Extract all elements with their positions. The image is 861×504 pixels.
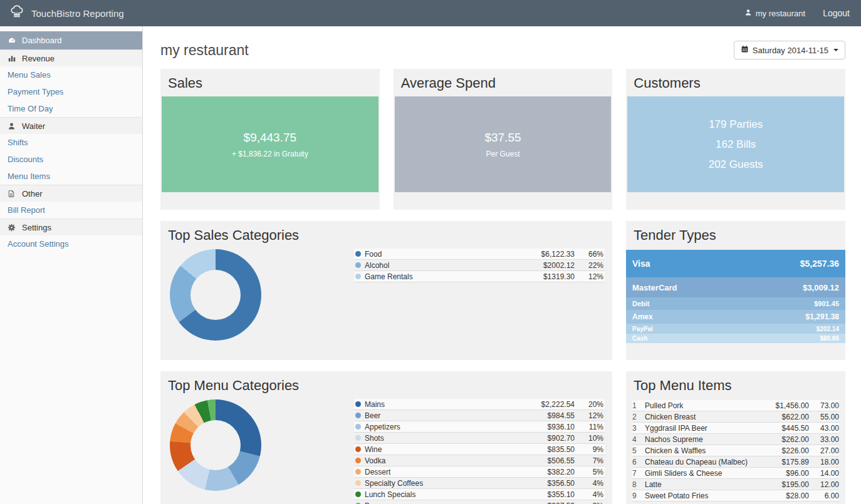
menu-item-row: 1Pulled Pork$1,456.0073.00 [632, 400, 839, 411]
tender-label: Amex [632, 312, 653, 321]
sidebar-item-revenue[interactable]: Revenue [0, 49, 142, 66]
legend-percent: 22% [575, 261, 603, 270]
calendar-icon [741, 45, 749, 55]
sidebar-item-menu-items[interactable]: Menu Items [0, 168, 142, 185]
bottom-row: Top Menu CategoriesMains$2,222.5420%Beer… [160, 371, 845, 504]
item-rank: 7 [632, 469, 645, 478]
average-spend-card: Average Spend$37.55Per Guest [394, 69, 613, 210]
legend-row: Beer$984.5512% [354, 410, 605, 421]
legend-label: Food [365, 250, 524, 259]
menu-item-row: 6Chateau du Chapeau (Malbec)$175.8918.00 [632, 456, 839, 468]
item-name: Pulled Pork [645, 401, 764, 410]
legend-color-dot [355, 424, 361, 429]
tender-label: PayPal [632, 326, 653, 332]
legend-color-dot [355, 469, 361, 475]
legend-percent: 12% [575, 272, 603, 281]
legend-amount: $6,122.33 [524, 250, 575, 259]
item-amount: $445.50 [764, 424, 809, 433]
item-amount: $622.00 [764, 413, 809, 421]
stat-line: 179 Parties [709, 115, 763, 135]
tender-amount: $901.45 [814, 300, 839, 307]
menu-item-row: 3Yggdrasil IPA Beer$445.5043.00 [632, 423, 839, 434]
legend-amount: $984.55 [524, 411, 575, 420]
menu-item-row: 5Chicken & Waffles$226.0027.00 [632, 445, 839, 456]
legend-label: Shots [365, 434, 524, 443]
user-menu[interactable]: my restaurant [744, 9, 805, 18]
legend-row: Wine$835.509% [354, 444, 605, 455]
file-icon [8, 190, 19, 198]
sidebar-item-menu-sales[interactable]: Menu Sales [0, 66, 142, 83]
sidebar-item-label: Time Of Day [8, 104, 53, 113]
sidebar-item-label: Payment Types [8, 87, 63, 96]
person-icon [744, 9, 752, 18]
navbar: TouchBistro Reporting my restaurant Logo… [0, 0, 861, 26]
panel-title: Top Menu Items [626, 371, 845, 399]
legend-label: Wine [365, 445, 524, 454]
sidebar-item-dashboard[interactable]: Dashboard [0, 31, 142, 49]
panel-title: Top Sales Categories [160, 221, 612, 249]
navbar-right: my restaurant Logout [744, 8, 850, 18]
tender-bar-mastercard: MasterCard$3,009.12 [626, 277, 845, 297]
sidebar-item-waiter[interactable]: Waiter [0, 117, 142, 134]
sidebar-item-bill-report[interactable]: Bill Report [0, 202, 142, 219]
item-rank: 2 [632, 413, 645, 421]
sidebar-item-account-settings[interactable]: Account Settings [0, 235, 142, 252]
logout-button[interactable]: Logout [823, 8, 850, 18]
legend-label: Game Rentals [365, 272, 524, 281]
legend-amount: $227.50 [524, 501, 575, 504]
summary-row: Sales$9,443.75+ $1,836.22 in GratuityAve… [160, 69, 845, 210]
sidebar-item-label: Settings [22, 223, 51, 232]
legend-color-dot [355, 251, 361, 257]
sidebar-item-discounts[interactable]: Discounts [0, 151, 142, 168]
legend-label: Burgers [365, 501, 524, 504]
tender-bar-paypal: PayPal$202.14 [626, 324, 845, 334]
legend-row: Food$6,122.3366% [354, 249, 605, 260]
item-rank: 5 [632, 446, 645, 455]
legend-color-dot [355, 480, 361, 486]
legend-percent: 3% [575, 501, 603, 504]
legend-color-dot [355, 262, 361, 268]
sidebar-item-label: Discounts [8, 155, 43, 164]
legend-color-dot [355, 274, 361, 279]
menu-item-row: 4Nachos Supreme$262.0033.00 [632, 434, 839, 445]
top-menu-categories-panel: Top Menu CategoriesMains$2,222.5420%Beer… [160, 371, 612, 504]
legend-row: Alcohol$2002.1222% [354, 260, 605, 271]
top-menu-categories-donut-chart [170, 399, 261, 491]
app-title: TouchBistro Reporting [31, 8, 124, 19]
legend-amount: $2002.12 [524, 261, 575, 270]
item-amount: $195.00 [764, 480, 809, 489]
sidebar-item-payment-types[interactable]: Payment Types [0, 83, 142, 100]
date-picker-button[interactable]: Saturday 2014-11-15 [734, 41, 845, 59]
touchbistro-logo-icon [9, 4, 25, 23]
tender-bar-visa: Visa$5,257.36 [626, 250, 845, 277]
sidebar-item-label: Dashboard [22, 36, 62, 45]
sidebar-item-time-of-day[interactable]: Time Of Day [0, 100, 142, 117]
item-amount: $96.00 [764, 469, 809, 478]
sidebar-item-other[interactable]: Other [0, 185, 142, 202]
legend-row: Lunch Specials$355.104% [354, 489, 605, 500]
stat-line: 202 Guests [709, 155, 763, 175]
legend-percent: 4% [575, 479, 603, 488]
sidebar-item-label: Bill Report [8, 205, 45, 215]
chart-icon [8, 54, 19, 63]
item-rank: 3 [632, 424, 645, 433]
legend-row: Vodka$506.557% [354, 455, 605, 466]
item-quantity: 14.00 [809, 469, 839, 478]
legend-amount: $835.50 [524, 445, 575, 454]
item-amount: $1,456.00 [764, 401, 809, 410]
legend-color-dot [355, 401, 361, 407]
card-title: Sales [160, 69, 380, 96]
sidebar-item-settings[interactable]: Settings [0, 219, 142, 235]
item-rank: 8 [632, 480, 645, 489]
legend-percent: 5% [575, 468, 603, 476]
top-sales-categories-panel: Top Sales CategoriesFood$6,122.3366%Alco… [160, 221, 612, 360]
legend-percent: 12% [575, 411, 603, 420]
sidebar-item-shifts[interactable]: Shifts [0, 134, 142, 151]
item-rank: 4 [632, 435, 645, 444]
menu-item-row: 2Chicken Breast$622.0055.00 [632, 411, 839, 423]
item-name: Chicken Breast [645, 413, 764, 421]
tender-label: MasterCard [632, 283, 677, 292]
top-sales-categories-donut-chart [170, 249, 261, 341]
brand-link[interactable]: TouchBistro Reporting [9, 4, 124, 23]
card-title: Customers [626, 69, 845, 96]
